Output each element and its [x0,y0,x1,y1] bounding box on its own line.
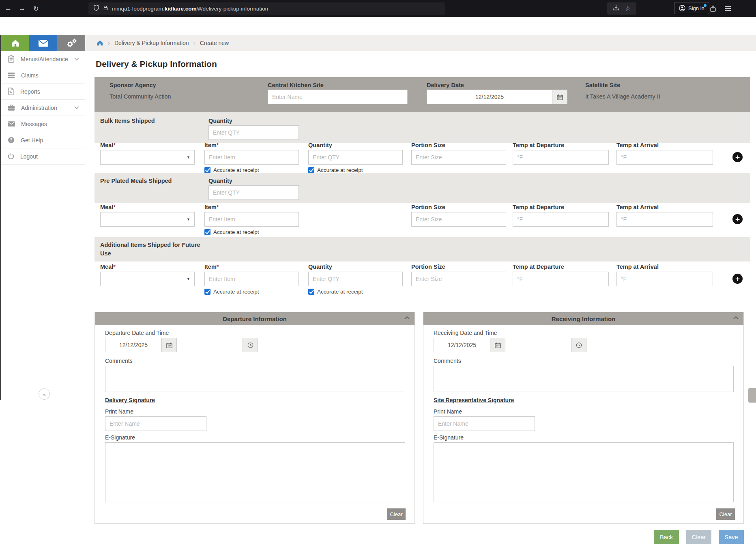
page-title: Delivery & Pickup Information [96,59,217,69]
browser-refresh-icon[interactable]: ↻ [33,0,39,17]
sidebar-item-reports[interactable]: Reports [1,84,85,100]
satellite-site-value: It Takes A Village Academy II [585,93,660,100]
receiving-date-calendar-button[interactable] [490,338,505,352]
pre-plated-add-row-button[interactable]: + [732,214,743,224]
receiving-print-name-label: Print Name [434,408,462,415]
browser-signin-button[interactable]: Sign in [674,2,709,14]
clock-icon [247,342,253,348]
scroll-handle[interactable] [748,388,756,403]
delivery-date-label: Delivery Date [427,82,464,88]
accurate-label: Accurate at receipt [213,289,259,295]
accurate-label: Accurate at receipt [317,167,363,173]
clipboard-icon [8,55,15,63]
receiving-comments-textarea[interactable] [434,366,734,392]
pre-plated-quantity-input[interactable] [208,185,299,200]
departure-esignature-pad[interactable] [105,442,405,502]
address-bar[interactable]: mmqa1-foodprogram.kidkare.com/#/delivery… [88,2,445,15]
breadcrumb-home-icon[interactable] [97,40,103,46]
additional-temp-arrival-input[interactable] [616,272,713,286]
delivery-signature-heading: Delivery Signature [105,397,155,403]
breadcrumb: › Delivery & Pickup Information › Create… [85,35,756,51]
breadcrumb-item-delivery[interactable]: Delivery & Pickup Information [114,40,189,46]
bulk-meal-select[interactable]: ▼ [100,150,195,165]
departure-comments-textarea[interactable] [105,366,405,392]
chevron-down-icon [74,106,79,109]
calendar-icon [557,94,563,100]
sidebar-item-messages[interactable]: Messages [1,116,85,132]
additional-item-accurate-checkbox[interactable] [204,289,210,295]
save-button[interactable]: Save [719,530,744,544]
sidebar-collapse-button[interactable]: « [39,388,50,400]
temp-arrival-column-label: Temp at Arrival [616,204,659,210]
departure-datetime-group [105,338,258,352]
additional-add-row-button[interactable]: + [732,274,743,284]
bulk-row-quantity-input[interactable] [308,150,403,165]
delivery-date-group [427,90,567,104]
bulk-temp-departure-input[interactable] [513,150,609,165]
sidebar-item-label: Get Help [21,137,43,144]
bulk-temp-arrival-input[interactable] [616,150,713,165]
receiving-time-clock-button[interactable] [571,338,586,352]
additional-portion-input[interactable] [411,272,506,286]
pre-plated-temp-departure-input[interactable] [513,212,609,227]
extensions-icon[interactable] [710,0,716,17]
pre-plated-portion-input[interactable] [411,212,506,227]
bulk-quantity-input[interactable] [208,125,299,140]
sidebar-item-menus-attendance[interactable]: Menus/Attendance [1,51,85,67]
central-kitchen-input[interactable] [268,90,408,104]
meal-column-label: Meal* [100,142,116,148]
bulk-portion-input[interactable] [411,150,506,165]
browser-back-icon[interactable]: ← [5,0,12,17]
pre-plated-item-accurate-checkbox[interactable] [204,229,210,235]
back-button[interactable]: Back [654,530,679,544]
svg-text:?: ? [10,138,12,142]
bulk-qty-accurate-checkbox[interactable] [308,167,314,173]
bulk-item-input[interactable] [204,150,299,165]
receiving-time-input[interactable] [505,338,571,352]
bookmark-star-icon[interactable]: ☆ [625,5,631,12]
home-icon [11,39,20,47]
receiving-date-input[interactable] [434,338,490,352]
pre-plated-item-input[interactable] [204,212,299,227]
clear-button[interactable]: Clear [686,530,711,544]
additional-item-input[interactable] [204,272,299,286]
departure-clear-button[interactable]: Clear [387,508,406,520]
sidebar-item-label: Administration [21,105,57,111]
receiving-print-name-input[interactable] [434,416,535,431]
chevron-up-icon[interactable] [733,316,739,319]
sidebar-item-logout[interactable]: Logout [1,148,85,165]
departure-date-calendar-button[interactable] [162,338,177,352]
additional-quantity-input[interactable] [308,272,403,286]
departure-datetime-label: Departure Date and Time [105,330,169,336]
departure-time-clock-button[interactable] [243,338,258,352]
browser-toolbar: ← → ↻ mmqa1-foodprogram.kidkare.com/#/de… [0,0,756,17]
departure-date-input[interactable] [105,338,162,352]
additional-meal-select[interactable]: ▼ [100,272,195,286]
bulk-item-accurate-checkbox[interactable] [204,167,210,173]
receiving-esignature-pad[interactable] [434,442,734,502]
additional-qty-accurate-checkbox[interactable] [308,289,314,295]
plus-icon: + [735,215,740,223]
delivery-date-input[interactable] [427,90,552,104]
departure-time-input[interactable] [177,338,243,352]
select-caret-icon: ▼ [187,277,190,281]
home-tab[interactable] [1,35,29,51]
additional-temp-departure-input[interactable] [513,272,609,286]
sidebar-item-get-help[interactable]: ? Get Help [1,132,85,148]
departure-panel-title: Departure Information [223,315,287,322]
departure-print-name-input[interactable] [105,416,206,431]
browser-forward-icon[interactable]: → [19,0,26,17]
sidebar-item-administration[interactable]: Administration [1,100,85,116]
sidebar-item-claims[interactable]: Claims [1,67,85,84]
menu-hamburger-icon[interactable] [724,0,731,17]
receiving-clear-button[interactable]: Clear [716,508,735,520]
save-to-library-icon[interactable] [613,4,619,13]
delivery-date-calendar-button[interactable] [552,90,567,104]
pre-plated-temp-arrival-input[interactable] [616,212,713,227]
bulk-add-row-button[interactable]: + [732,152,743,162]
messages-tab[interactable] [29,35,57,51]
pre-plated-meal-select[interactable]: ▼ [100,212,195,227]
settings-tab[interactable] [57,35,85,51]
chevron-up-icon[interactable] [404,316,410,319]
receiving-datetime-label: Receiving Date and Time [434,330,497,336]
